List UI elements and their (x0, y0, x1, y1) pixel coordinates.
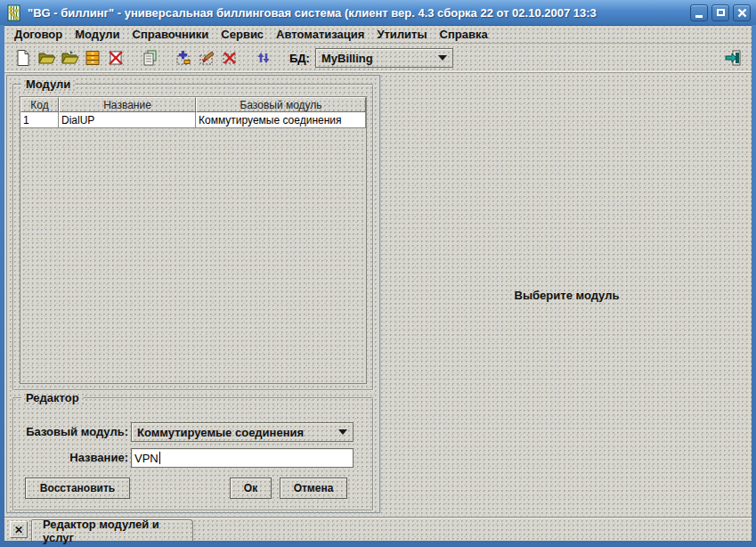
column-header-base-module[interactable]: Базовый модуль (196, 97, 366, 112)
name-input[interactable]: VPN (131, 448, 354, 468)
bottom-tabbar: ✕ Редактор модулей и услуг (4, 517, 752, 541)
restore-button[interactable]: Восстановить (25, 478, 130, 499)
tab-label: Редактор модулей и услуг (43, 518, 182, 544)
menu-spravka[interactable]: Справка (434, 27, 494, 42)
app-window: "BG - биллинг" - универсальная биллингов… (0, 0, 756, 547)
module-view-area: Выберите модуль (382, 73, 752, 517)
column-header-code[interactable]: Код (20, 97, 59, 112)
exit-icon[interactable] (721, 46, 744, 69)
name-label: Название: (18, 451, 128, 464)
text-caret (159, 452, 160, 464)
chevron-down-icon (338, 429, 347, 435)
menu-dogovor[interactable]: Договор (8, 27, 69, 42)
minimize-button[interactable] (690, 4, 708, 21)
delete-record-icon[interactable] (218, 46, 241, 69)
modules-group-title: Модули (21, 78, 75, 91)
app-logo-icon (5, 4, 22, 21)
db-combobox[interactable]: MyBilling (315, 48, 453, 68)
select-module-hint: Выберите модуль (515, 289, 620, 302)
base-module-combobox[interactable]: Коммутируемые соединения (131, 422, 354, 442)
table-empty-area (20, 128, 366, 383)
modules-groupbox: Модули Код Название Базовый модуль 1 Dia… (12, 84, 374, 391)
menu-avtomatizaciya[interactable]: Автоматизация (270, 27, 370, 42)
table-row[interactable]: 1 DialUP Коммутируемые соединения (20, 112, 366, 128)
editor-groupbox: Редактор Базовый модуль: Коммутируемые с… (12, 397, 374, 511)
chevron-down-icon (438, 55, 447, 61)
menu-servis[interactable]: Сервис (215, 27, 270, 42)
name-input-value: VPN (134, 452, 159, 465)
maximize-icon (717, 9, 725, 16)
open-folder-alt-icon[interactable] (58, 46, 81, 69)
close-button[interactable] (733, 4, 751, 21)
db-label: БД: (289, 52, 310, 65)
card-file-icon[interactable] (81, 46, 104, 69)
editor-group-title: Редактор (21, 391, 84, 404)
window-controls (690, 4, 751, 21)
tab-close-button[interactable]: ✕ (10, 521, 28, 538)
toolbar: БД: MyBilling (4, 44, 752, 73)
close-icon (737, 8, 747, 18)
titlebar: "BG - биллинг" - универсальная биллингов… (0, 0, 756, 25)
cell-code[interactable]: 1 (20, 112, 59, 128)
menu-spravochniki[interactable]: Справочники (126, 27, 215, 42)
new-document-icon[interactable] (12, 46, 35, 69)
base-module-combobox-value: Коммутируемые соединения (137, 426, 331, 439)
cell-name[interactable]: DialUP (59, 112, 196, 128)
window-title: "BG - биллинг" - универсальная биллингов… (28, 6, 687, 20)
modules-editor-panel: Модули Код Название Базовый модуль 1 Dia… (6, 75, 380, 513)
cancel-button[interactable]: Отмена (280, 478, 347, 499)
cell-base-module[interactable]: Коммутируемые соединения (196, 112, 366, 128)
maximize-button[interactable] (711, 4, 729, 21)
edit-record-icon[interactable] (195, 46, 218, 69)
db-combobox-value: MyBilling (321, 52, 431, 65)
modules-table-header: Код Название Базовый модуль (20, 97, 366, 112)
add-record-icon[interactable] (172, 46, 195, 69)
minimize-icon (695, 15, 703, 18)
column-header-name[interactable]: Название (59, 97, 196, 112)
open-folder-icon[interactable] (35, 46, 58, 69)
close-icon: ✕ (14, 524, 23, 536)
modules-table: Код Название Базовый модуль 1 DialUP Ком… (20, 96, 367, 384)
refresh-icon[interactable] (252, 46, 275, 69)
base-module-label: Базовый модуль: (18, 425, 128, 438)
menu-moduli[interactable]: Модули (69, 27, 126, 42)
menubar: Договор Модули Справочники Сервис Автома… (4, 26, 752, 44)
copy-paste-icon[interactable] (138, 46, 161, 69)
ok-button[interactable]: Ок (230, 478, 272, 499)
menu-utility[interactable]: Утилиты (370, 27, 433, 42)
tab-module-editor[interactable]: Редактор модулей и услуг (31, 519, 193, 541)
content-area: Модули Код Название Базовый модуль 1 Dia… (4, 73, 752, 517)
delete-document-icon[interactable] (104, 46, 127, 69)
